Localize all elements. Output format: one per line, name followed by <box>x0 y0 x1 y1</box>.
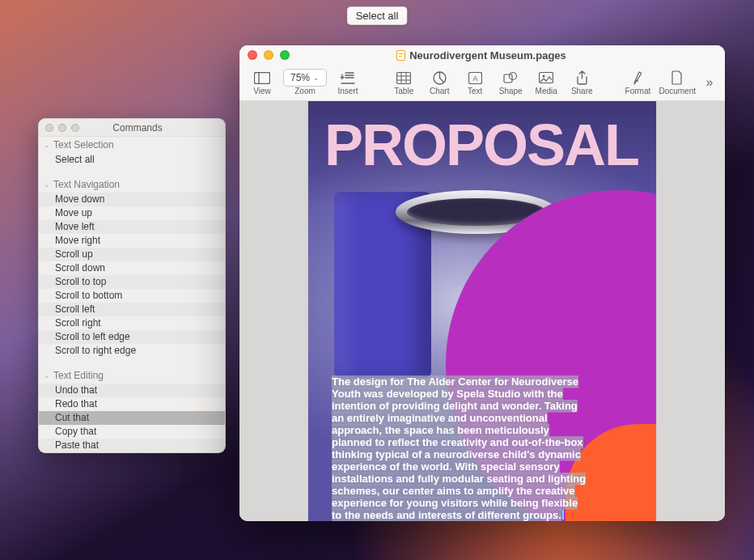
commands-titlebar: Commands <box>39 119 225 137</box>
command-group-header[interactable]: ⌄Text Editing <box>39 367 225 384</box>
command-item[interactable]: Undo that <box>39 384 225 397</box>
svg-point-7 <box>510 73 517 80</box>
command-item[interactable]: Scroll to bottom <box>39 289 225 303</box>
pages-document-icon <box>396 50 405 61</box>
chevron-down-icon: ⌄ <box>313 74 320 82</box>
command-group-header[interactable]: ⌄Text Selection <box>39 137 225 153</box>
command-item[interactable]: Move down <box>39 193 225 206</box>
table-icon <box>396 70 411 86</box>
document-button[interactable]: Document <box>655 66 699 100</box>
command-item[interactable]: Move right <box>39 234 225 248</box>
text-button[interactable]: A Text <box>457 66 493 100</box>
command-item[interactable]: Scroll right <box>39 316 225 330</box>
toolbar: View 75%⌄ Zoom Insert Table Chart <box>239 65 725 101</box>
document-heading[interactable]: PROPOSAL <box>324 119 656 172</box>
share-icon <box>576 70 588 86</box>
svg-rect-2 <box>397 72 411 83</box>
command-item[interactable]: Move up <box>39 206 225 220</box>
chevron-down-icon: ⌄ <box>44 371 50 380</box>
zoom-select[interactable]: 75%⌄ Zoom <box>280 66 330 100</box>
document-page[interactable]: PROPOSAL The design for The Alder Center… <box>308 101 656 521</box>
commands-title: Commands <box>57 122 218 134</box>
chart-button[interactable]: Chart <box>421 66 457 100</box>
insert-icon <box>341 70 355 86</box>
table-button[interactable]: Table <box>386 66 421 100</box>
text-icon: A <box>468 70 482 86</box>
command-item[interactable]: Scroll left <box>39 303 225 316</box>
document-icon <box>671 70 683 86</box>
select-all-tooltip: Select all <box>347 6 408 25</box>
spacer <box>39 358 225 367</box>
text-cursor <box>562 510 564 520</box>
insert-button[interactable]: Insert <box>330 66 366 100</box>
format-button[interactable]: Format <box>620 66 655 100</box>
sidebar-icon <box>254 70 270 86</box>
share-button[interactable]: Share <box>564 66 599 100</box>
pages-window: Neurodivergent Museum.pages View 75%⌄ Zo… <box>239 45 725 521</box>
command-item[interactable]: Move left <box>39 220 225 234</box>
view-button[interactable]: View <box>244 66 280 100</box>
command-item[interactable]: Select all <box>39 153 225 167</box>
chart-icon <box>433 70 447 86</box>
command-item[interactable]: Cut that <box>39 411 225 425</box>
svg-text:A: A <box>472 74 477 83</box>
toolbar-overflow-button[interactable]: » <box>699 75 720 90</box>
window-title: Neurodivergent Museum.pages <box>246 49 717 62</box>
command-item[interactable]: Redo that <box>39 397 225 411</box>
command-item[interactable]: Copy that <box>39 425 225 439</box>
command-item[interactable]: Scroll to left edge <box>39 330 225 344</box>
shape-icon <box>503 70 518 86</box>
chevron-down-icon: ⌄ <box>44 180 50 189</box>
chevron-right-icon: » <box>706 75 714 89</box>
document-canvas[interactable]: PROPOSAL The design for The Alder Center… <box>239 101 725 521</box>
close-icon[interactable] <box>45 124 53 132</box>
commands-panel: Commands ⌄Text SelectionSelect all⌄Text … <box>38 118 226 453</box>
svg-rect-0 <box>255 72 270 83</box>
spacer <box>39 167 225 176</box>
command-item[interactable]: Scroll down <box>39 261 225 275</box>
command-item[interactable]: Scroll up <box>39 248 225 261</box>
chevron-down-icon: ⌄ <box>44 141 50 149</box>
shape-button[interactable]: Shape <box>493 66 528 100</box>
media-icon <box>539 70 553 86</box>
command-item[interactable]: Scroll to right edge <box>39 344 225 358</box>
window-titlebar[interactable]: Neurodivergent Museum.pages <box>239 45 725 65</box>
media-button[interactable]: Media <box>528 66 564 100</box>
command-item[interactable]: Scroll to top <box>39 275 225 289</box>
command-item[interactable]: Paste that <box>39 439 225 452</box>
document-body-text[interactable]: The design for The Alder Center for Neur… <box>332 375 589 521</box>
format-icon <box>632 70 644 86</box>
svg-point-9 <box>543 75 545 78</box>
command-group-header[interactable]: ⌄Text Navigation <box>39 176 225 193</box>
